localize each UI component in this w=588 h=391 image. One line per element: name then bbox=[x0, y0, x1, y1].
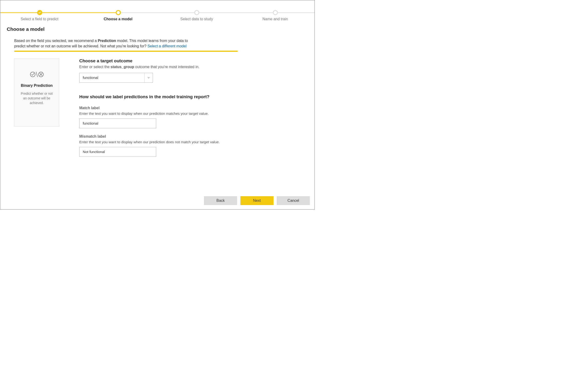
mismatch-label-desc: Enter the text you want to display when … bbox=[79, 140, 238, 144]
svg-line-1 bbox=[36, 72, 37, 77]
wizard-stepper: Select a field to predict Choose a model… bbox=[0, 10, 314, 23]
step-name-train[interactable]: Name and train bbox=[236, 10, 314, 21]
step-select-data[interactable]: Select data to study bbox=[157, 10, 236, 21]
match-label-desc: Enter the text you want to display when … bbox=[79, 111, 238, 116]
step-choose-model[interactable]: Choose a model bbox=[79, 10, 157, 21]
back-button[interactable]: Back bbox=[204, 196, 237, 205]
mismatch-label-input[interactable] bbox=[79, 147, 156, 157]
wizard-footer-buttons: Back Next Cancel bbox=[204, 196, 310, 205]
step-current-icon bbox=[116, 10, 121, 15]
step-select-field[interactable]: Select a field to predict bbox=[0, 10, 79, 21]
mismatch-label-heading: Mismatch label bbox=[79, 134, 238, 139]
target-outcome-sub: Enter or select the status_group outcome… bbox=[79, 65, 238, 69]
match-label-input[interactable] bbox=[79, 118, 156, 128]
page-title: Choose a model bbox=[7, 26, 314, 32]
check-icon bbox=[37, 10, 42, 15]
model-card-title: Binary Prediction bbox=[17, 83, 56, 88]
match-label-heading: Match label bbox=[79, 106, 238, 110]
svg-point-0 bbox=[30, 72, 35, 77]
model-recommendation-text: Based on the field you selected, we reco… bbox=[14, 38, 196, 49]
step-upcoming-icon bbox=[273, 10, 278, 15]
labels-section-heading: How should we label predictions in the m… bbox=[79, 94, 238, 99]
binary-prediction-icon bbox=[29, 70, 44, 79]
model-card-binary-prediction[interactable]: Binary Prediction Predict whether or not… bbox=[14, 58, 59, 127]
step-upcoming-icon bbox=[194, 10, 199, 15]
cancel-button[interactable]: Cancel bbox=[277, 196, 310, 205]
target-outcome-dropdown[interactable]: functional bbox=[79, 73, 153, 83]
select-different-model-link[interactable]: Select a different model bbox=[147, 44, 187, 48]
chevron-down-icon bbox=[144, 73, 153, 82]
target-outcome-heading: Choose a target outcome bbox=[79, 58, 238, 63]
next-button[interactable]: Next bbox=[240, 196, 274, 205]
accent-divider bbox=[14, 51, 238, 52]
model-card-description: Predict whether or not an outcome will b… bbox=[17, 92, 56, 105]
